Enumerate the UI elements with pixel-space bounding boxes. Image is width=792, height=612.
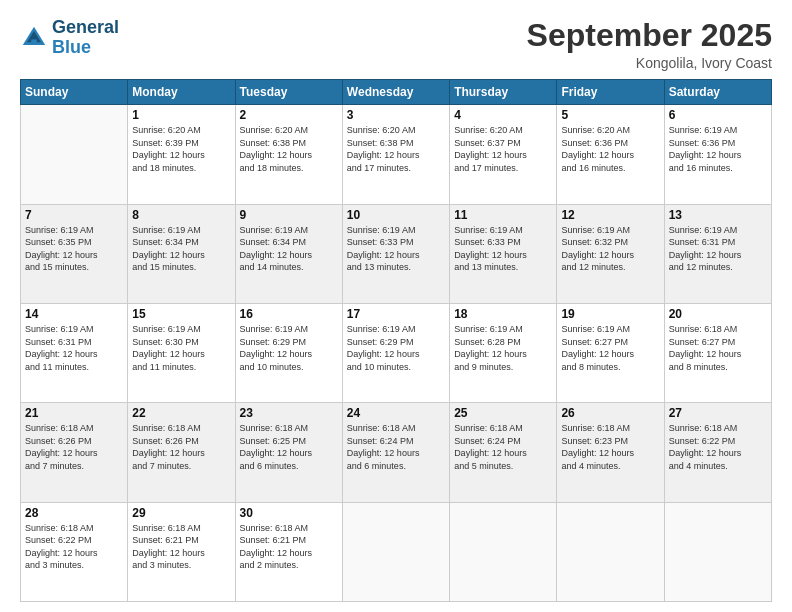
- day-info: Sunrise: 6:19 AM Sunset: 6:32 PM Dayligh…: [561, 224, 659, 274]
- day-number: 2: [240, 108, 338, 122]
- month-title: September 2025: [527, 18, 772, 53]
- day-number: 26: [561, 406, 659, 420]
- calendar-cell: 27Sunrise: 6:18 AM Sunset: 6:22 PM Dayli…: [664, 403, 771, 502]
- calendar-cell: 25Sunrise: 6:18 AM Sunset: 6:24 PM Dayli…: [450, 403, 557, 502]
- day-number: 8: [132, 208, 230, 222]
- calendar-cell: 1Sunrise: 6:20 AM Sunset: 6:39 PM Daylig…: [128, 105, 235, 204]
- header: General Blue September 2025 Kongolila, I…: [20, 18, 772, 71]
- calendar-cell: [342, 502, 449, 601]
- day-header-thursday: Thursday: [450, 80, 557, 105]
- day-number: 12: [561, 208, 659, 222]
- day-number: 11: [454, 208, 552, 222]
- calendar-cell: 15Sunrise: 6:19 AM Sunset: 6:30 PM Dayli…: [128, 303, 235, 402]
- logo-line2: Blue: [52, 38, 119, 58]
- day-number: 27: [669, 406, 767, 420]
- title-block: September 2025 Kongolila, Ivory Coast: [527, 18, 772, 71]
- day-header-saturday: Saturday: [664, 80, 771, 105]
- day-number: 10: [347, 208, 445, 222]
- day-number: 4: [454, 108, 552, 122]
- calendar-cell: 2Sunrise: 6:20 AM Sunset: 6:38 PM Daylig…: [235, 105, 342, 204]
- calendar-cell: 24Sunrise: 6:18 AM Sunset: 6:24 PM Dayli…: [342, 403, 449, 502]
- day-number: 17: [347, 307, 445, 321]
- day-info: Sunrise: 6:18 AM Sunset: 6:21 PM Dayligh…: [240, 522, 338, 572]
- calendar-cell: 26Sunrise: 6:18 AM Sunset: 6:23 PM Dayli…: [557, 403, 664, 502]
- calendar-cell: 16Sunrise: 6:19 AM Sunset: 6:29 PM Dayli…: [235, 303, 342, 402]
- day-number: 22: [132, 406, 230, 420]
- calendar-header-row: SundayMondayTuesdayWednesdayThursdayFrid…: [21, 80, 772, 105]
- day-info: Sunrise: 6:19 AM Sunset: 6:29 PM Dayligh…: [347, 323, 445, 373]
- calendar-week-row: 14Sunrise: 6:19 AM Sunset: 6:31 PM Dayli…: [21, 303, 772, 402]
- calendar-week-row: 1Sunrise: 6:20 AM Sunset: 6:39 PM Daylig…: [21, 105, 772, 204]
- calendar-cell: 10Sunrise: 6:19 AM Sunset: 6:33 PM Dayli…: [342, 204, 449, 303]
- day-number: 3: [347, 108, 445, 122]
- day-info: Sunrise: 6:18 AM Sunset: 6:22 PM Dayligh…: [25, 522, 123, 572]
- day-info: Sunrise: 6:18 AM Sunset: 6:26 PM Dayligh…: [25, 422, 123, 472]
- day-number: 23: [240, 406, 338, 420]
- calendar-cell: 19Sunrise: 6:19 AM Sunset: 6:27 PM Dayli…: [557, 303, 664, 402]
- day-info: Sunrise: 6:19 AM Sunset: 6:31 PM Dayligh…: [25, 323, 123, 373]
- calendar-week-row: 7Sunrise: 6:19 AM Sunset: 6:35 PM Daylig…: [21, 204, 772, 303]
- calendar-cell: 18Sunrise: 6:19 AM Sunset: 6:28 PM Dayli…: [450, 303, 557, 402]
- calendar-cell: 20Sunrise: 6:18 AM Sunset: 6:27 PM Dayli…: [664, 303, 771, 402]
- day-number: 19: [561, 307, 659, 321]
- day-info: Sunrise: 6:18 AM Sunset: 6:21 PM Dayligh…: [132, 522, 230, 572]
- day-info: Sunrise: 6:19 AM Sunset: 6:36 PM Dayligh…: [669, 124, 767, 174]
- calendar-cell: 21Sunrise: 6:18 AM Sunset: 6:26 PM Dayli…: [21, 403, 128, 502]
- calendar-cell: 30Sunrise: 6:18 AM Sunset: 6:21 PM Dayli…: [235, 502, 342, 601]
- day-info: Sunrise: 6:20 AM Sunset: 6:39 PM Dayligh…: [132, 124, 230, 174]
- day-number: 25: [454, 406, 552, 420]
- calendar-cell: 29Sunrise: 6:18 AM Sunset: 6:21 PM Dayli…: [128, 502, 235, 601]
- location-subtitle: Kongolila, Ivory Coast: [527, 55, 772, 71]
- calendar-cell: 3Sunrise: 6:20 AM Sunset: 6:38 PM Daylig…: [342, 105, 449, 204]
- calendar-cell: 13Sunrise: 6:19 AM Sunset: 6:31 PM Dayli…: [664, 204, 771, 303]
- day-info: Sunrise: 6:19 AM Sunset: 6:31 PM Dayligh…: [669, 224, 767, 274]
- day-number: 16: [240, 307, 338, 321]
- day-info: Sunrise: 6:19 AM Sunset: 6:34 PM Dayligh…: [132, 224, 230, 274]
- calendar-cell: 14Sunrise: 6:19 AM Sunset: 6:31 PM Dayli…: [21, 303, 128, 402]
- day-info: Sunrise: 6:18 AM Sunset: 6:24 PM Dayligh…: [454, 422, 552, 472]
- day-info: Sunrise: 6:20 AM Sunset: 6:38 PM Dayligh…: [240, 124, 338, 174]
- day-info: Sunrise: 6:19 AM Sunset: 6:28 PM Dayligh…: [454, 323, 552, 373]
- day-number: 9: [240, 208, 338, 222]
- day-number: 30: [240, 506, 338, 520]
- day-number: 18: [454, 307, 552, 321]
- day-info: Sunrise: 6:20 AM Sunset: 6:36 PM Dayligh…: [561, 124, 659, 174]
- day-info: Sunrise: 6:19 AM Sunset: 6:27 PM Dayligh…: [561, 323, 659, 373]
- logo-text: General Blue: [52, 18, 119, 58]
- logo-icon: [20, 24, 48, 52]
- calendar-cell: [21, 105, 128, 204]
- day-info: Sunrise: 6:18 AM Sunset: 6:27 PM Dayligh…: [669, 323, 767, 373]
- day-info: Sunrise: 6:18 AM Sunset: 6:22 PM Dayligh…: [669, 422, 767, 472]
- day-header-monday: Monday: [128, 80, 235, 105]
- day-number: 29: [132, 506, 230, 520]
- day-header-tuesday: Tuesday: [235, 80, 342, 105]
- calendar-cell: 28Sunrise: 6:18 AM Sunset: 6:22 PM Dayli…: [21, 502, 128, 601]
- page: General Blue September 2025 Kongolila, I…: [0, 0, 792, 612]
- day-info: Sunrise: 6:19 AM Sunset: 6:33 PM Dayligh…: [347, 224, 445, 274]
- calendar-cell: 12Sunrise: 6:19 AM Sunset: 6:32 PM Dayli…: [557, 204, 664, 303]
- day-info: Sunrise: 6:19 AM Sunset: 6:33 PM Dayligh…: [454, 224, 552, 274]
- day-number: 24: [347, 406, 445, 420]
- calendar-cell: [664, 502, 771, 601]
- day-info: Sunrise: 6:20 AM Sunset: 6:38 PM Dayligh…: [347, 124, 445, 174]
- calendar-cell: 8Sunrise: 6:19 AM Sunset: 6:34 PM Daylig…: [128, 204, 235, 303]
- day-info: Sunrise: 6:18 AM Sunset: 6:25 PM Dayligh…: [240, 422, 338, 472]
- day-number: 20: [669, 307, 767, 321]
- day-number: 15: [132, 307, 230, 321]
- day-number: 13: [669, 208, 767, 222]
- calendar-cell: 22Sunrise: 6:18 AM Sunset: 6:26 PM Dayli…: [128, 403, 235, 502]
- calendar-cell: [450, 502, 557, 601]
- day-info: Sunrise: 6:19 AM Sunset: 6:34 PM Dayligh…: [240, 224, 338, 274]
- calendar-cell: 17Sunrise: 6:19 AM Sunset: 6:29 PM Dayli…: [342, 303, 449, 402]
- svg-rect-2: [31, 39, 37, 45]
- day-number: 21: [25, 406, 123, 420]
- calendar-cell: 7Sunrise: 6:19 AM Sunset: 6:35 PM Daylig…: [21, 204, 128, 303]
- day-info: Sunrise: 6:18 AM Sunset: 6:24 PM Dayligh…: [347, 422, 445, 472]
- calendar-cell: 6Sunrise: 6:19 AM Sunset: 6:36 PM Daylig…: [664, 105, 771, 204]
- calendar-week-row: 28Sunrise: 6:18 AM Sunset: 6:22 PM Dayli…: [21, 502, 772, 601]
- day-number: 5: [561, 108, 659, 122]
- calendar-week-row: 21Sunrise: 6:18 AM Sunset: 6:26 PM Dayli…: [21, 403, 772, 502]
- day-number: 7: [25, 208, 123, 222]
- day-info: Sunrise: 6:20 AM Sunset: 6:37 PM Dayligh…: [454, 124, 552, 174]
- day-number: 6: [669, 108, 767, 122]
